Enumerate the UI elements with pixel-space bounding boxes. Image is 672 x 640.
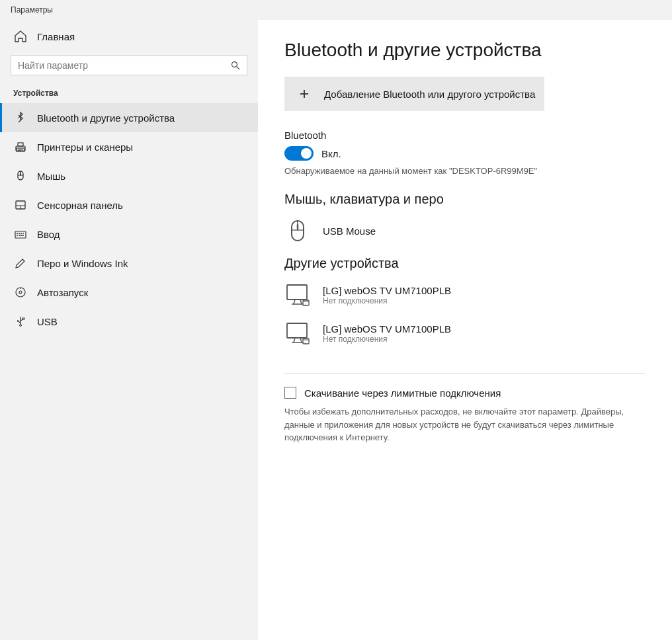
device-item-usb-mouse[interactable]: USB Mouse — [284, 218, 646, 244]
sidebar-item-home[interactable]: Главная — [0, 20, 258, 53]
home-icon — [13, 29, 28, 44]
svg-line-40 — [294, 300, 295, 304]
metered-section: Скачивание через лимитные подключения Чт… — [284, 373, 646, 444]
svg-rect-46 — [287, 323, 307, 338]
add-device-button[interactable]: Добавление Bluetooth или другого устройс… — [284, 77, 544, 111]
svg-line-1 — [237, 67, 239, 69]
bluetooth-icon — [13, 110, 28, 125]
metered-checkbox[interactable] — [284, 387, 296, 399]
device-status-tv-1: Нет подключения — [323, 296, 451, 305]
page-title: Bluetooth и другие устройства — [284, 40, 646, 61]
pen-icon — [13, 256, 28, 270]
mouse-sidebar-icon — [13, 169, 28, 183]
tv-device-icon-1: ♪ — [284, 282, 311, 308]
svg-rect-39 — [287, 285, 307, 300]
sidebar-item-usb-label: USB — [37, 316, 58, 327]
svg-rect-4 — [18, 143, 23, 146]
app-title: Параметры — [11, 5, 53, 15]
sidebar-item-printers-label: Принтеры и сканеры — [37, 141, 133, 153]
add-icon — [294, 83, 315, 104]
sidebar-item-pen[interactable]: Перо и Windows Ink — [0, 249, 258, 278]
device-item-tv-1[interactable]: ♪ [LG] webOS TV UM7100PLB Нет подключени… — [284, 282, 646, 308]
sidebar-item-autorun[interactable]: Автозапуск — [0, 278, 258, 307]
device-name-tv-1: [LG] webOS TV UM7100PLB — [323, 285, 451, 296]
content-area: Bluetooth и другие устройства Добавление… — [258, 20, 672, 640]
sidebar-item-input[interactable]: Ввод — [0, 220, 258, 249]
sidebar-item-usb[interactable]: USB — [0, 307, 258, 336]
bluetooth-toggle-label: Вкл. — [321, 148, 341, 159]
metered-checkbox-label: Скачивание через лимитные подключения — [304, 387, 501, 399]
usb-icon — [13, 314, 28, 329]
toggle-knob — [301, 148, 312, 159]
device-name-tv-2: [LG] webOS TV UM7100PLB — [323, 323, 451, 335]
sidebar-item-touchpad[interactable]: Сенсорная панель — [0, 190, 258, 220]
sidebar-section-label: Устройства — [0, 85, 258, 103]
tv-device-icon-2: ♪ — [284, 320, 311, 346]
autorun-icon — [13, 285, 28, 300]
device-item-tv-2[interactable]: ♪ [LG] webOS TV UM7100PLB Нет подключени… — [284, 320, 646, 346]
device-name-usb-mouse: USB Mouse — [323, 225, 376, 237]
main-layout: Главная Устройства Bluetooth и другие — [0, 20, 672, 640]
svg-line-41 — [300, 300, 302, 304]
svg-line-47 — [294, 338, 295, 342]
printer-icon — [13, 140, 28, 154]
svg-point-24 — [19, 291, 22, 294]
svg-point-0 — [232, 62, 237, 67]
other-section-title: Другие устройства — [284, 256, 646, 271]
bluetooth-title: Bluetooth — [284, 130, 646, 141]
mouse-device-icon — [284, 218, 311, 244]
sidebar-item-printers[interactable]: Принтеры и сканеры — [0, 132, 258, 161]
bluetooth-toggle-row: Вкл. — [284, 146, 646, 161]
svg-point-23 — [16, 288, 25, 297]
svg-line-48 — [300, 338, 302, 342]
search-box[interactable] — [11, 56, 247, 75]
title-bar: Параметры — [0, 0, 672, 20]
bluetooth-section: Bluetooth Вкл. Обнаруживаемое на данный … — [284, 130, 646, 176]
svg-line-2 — [19, 120, 21, 122]
device-info-tv-2: [LG] webOS TV UM7100PLB Нет подключения — [323, 323, 451, 344]
search-input[interactable] — [18, 60, 231, 71]
other-section: Другие устройства ♪ [LG] webOS TV UM — [284, 256, 646, 346]
sidebar-item-bluetooth-label: Bluetooth и другие устройства — [37, 112, 175, 124]
svg-point-32 — [20, 325, 22, 327]
sidebar-item-mouse[interactable]: Мышь — [0, 161, 258, 190]
sidebar-item-autorun-label: Автозапуск — [37, 287, 88, 298]
metered-checkbox-row: Скачивание через лимитные подключения — [284, 387, 646, 399]
bluetooth-description: Обнаруживаемое на данный момент как "DES… — [284, 166, 646, 176]
touchpad-icon — [13, 198, 28, 212]
add-device-label: Добавление Bluetooth или другого устройс… — [324, 89, 535, 100]
sidebar-item-input-label: Ввод — [37, 229, 60, 240]
search-icon — [231, 61, 240, 70]
sidebar-item-mouse-label: Мышь — [37, 171, 65, 182]
sidebar: Главная Устройства Bluetooth и другие — [0, 20, 258, 640]
home-label: Главная — [37, 31, 75, 42]
mouse-section: Мышь, клавиатура и перо USB Mouse — [284, 192, 646, 244]
svg-rect-28 — [22, 318, 24, 319]
device-status-tv-2: Нет подключения — [323, 335, 451, 344]
keyboard-icon — [13, 227, 28, 241]
sidebar-item-bluetooth[interactable]: Bluetooth и другие устройства — [0, 103, 258, 132]
sidebar-item-touchpad-label: Сенсорная панель — [37, 200, 123, 211]
device-info-usb-mouse: USB Mouse — [323, 225, 376, 237]
sidebar-item-pen-label: Перо и Windows Ink — [37, 258, 128, 269]
metered-description: Чтобы избежать дополнительных расходов, … — [284, 405, 646, 444]
bluetooth-toggle[interactable] — [284, 146, 314, 161]
svg-rect-15 — [15, 231, 26, 238]
device-info-tv-1: [LG] webOS TV UM7100PLB Нет подключения — [323, 285, 451, 305]
mouse-section-title: Мышь, клавиатура и перо — [284, 192, 646, 207]
